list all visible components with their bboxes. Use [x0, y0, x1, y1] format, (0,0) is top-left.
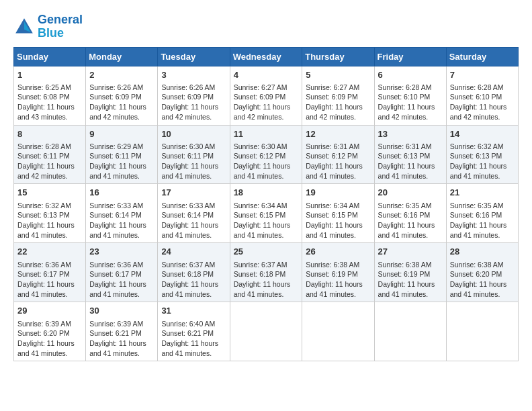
sunset: Sunset: 6:20 PM — [450, 270, 502, 278]
day-header-saturday: Saturday — [446, 47, 518, 66]
sunset: Sunset: 6:18 PM — [234, 270, 286, 278]
day-number: 19 — [306, 187, 370, 199]
calendar-cell: 26Sunrise: 6:38 AMSunset: 6:19 PMDayligh… — [302, 243, 374, 302]
sunset: Sunset: 6:12 PM — [234, 152, 286, 160]
sunrise: Sunrise: 6:36 AM — [17, 261, 71, 269]
daylight-label: Daylight: 11 hours and 41 minutes. — [89, 280, 146, 298]
day-number: 24 — [161, 246, 226, 258]
calendar-cell: 4Sunrise: 6:27 AMSunset: 6:09 PMDaylight… — [230, 66, 302, 125]
day-number: 15 — [17, 187, 82, 199]
sunrise: Sunrise: 6:30 AM — [161, 142, 215, 150]
daylight-label: Daylight: 11 hours and 41 minutes. — [234, 162, 291, 180]
daylight-label: Daylight: 11 hours and 41 minutes. — [161, 339, 218, 357]
daylight-label: Daylight: 11 hours and 41 minutes. — [378, 280, 435, 298]
day-number: 23 — [89, 246, 154, 258]
day-number: 1 — [17, 69, 82, 81]
sunrise: Sunrise: 6:34 AM — [234, 201, 287, 210]
sunrise: Sunrise: 6:35 AM — [378, 201, 432, 210]
day-number: 20 — [378, 187, 443, 199]
day-header-sunday: Sunday — [14, 47, 86, 66]
calendar-cell: 6Sunrise: 6:28 AMSunset: 6:10 PMDaylight… — [374, 66, 446, 125]
logo-icon — [13, 16, 35, 38]
day-number: 11 — [234, 128, 299, 140]
sunset: Sunset: 6:15 PM — [306, 211, 358, 219]
sunrise: Sunrise: 6:38 AM — [450, 261, 504, 269]
day-number: 27 — [378, 246, 443, 258]
calendar-cell: 2Sunrise: 6:26 AMSunset: 6:09 PMDaylight… — [86, 66, 158, 125]
sunrise: Sunrise: 6:38 AM — [378, 261, 432, 269]
sunrise: Sunrise: 6:30 AM — [234, 142, 287, 150]
sunrise: Sunrise: 6:39 AM — [17, 320, 71, 328]
sunset: Sunset: 6:17 PM — [17, 270, 70, 278]
calendar-cell: 15Sunrise: 6:32 AMSunset: 6:13 PMDayligh… — [14, 184, 86, 243]
sunset: Sunset: 6:10 PM — [450, 93, 502, 101]
daylight-label: Daylight: 11 hours and 41 minutes. — [89, 162, 146, 180]
sunrise: Sunrise: 6:33 AM — [161, 201, 215, 210]
sunset: Sunset: 6:16 PM — [450, 211, 502, 219]
daylight-label: Daylight: 11 hours and 41 minutes. — [161, 162, 218, 180]
sunset: Sunset: 6:11 PM — [161, 152, 214, 160]
day-number: 25 — [234, 246, 299, 258]
sunrise: Sunrise: 6:27 AM — [306, 83, 359, 91]
sunset: Sunset: 6:14 PM — [161, 211, 214, 219]
sunset: Sunset: 6:20 PM — [17, 329, 70, 337]
calendar-cell — [230, 302, 302, 361]
sunrise: Sunrise: 6:25 AM — [17, 83, 71, 91]
sunrise: Sunrise: 6:28 AM — [450, 83, 504, 91]
day-number: 13 — [378, 128, 443, 140]
calendar-cell — [302, 302, 374, 361]
sunrise: Sunrise: 6:37 AM — [161, 261, 215, 269]
sunset: Sunset: 6:16 PM — [378, 211, 431, 219]
sunset: Sunset: 6:11 PM — [17, 152, 70, 160]
sunset: Sunset: 6:13 PM — [17, 211, 70, 219]
calendar-cell: 1Sunrise: 6:25 AMSunset: 6:08 PMDaylight… — [14, 66, 86, 125]
day-number: 4 — [234, 69, 299, 81]
sunrise: Sunrise: 6:37 AM — [234, 261, 287, 269]
calendar-cell — [446, 302, 518, 361]
calendar-cell: 17Sunrise: 6:33 AMSunset: 6:14 PMDayligh… — [158, 184, 230, 243]
sunset: Sunset: 6:09 PM — [89, 93, 142, 101]
sunrise: Sunrise: 6:32 AM — [450, 142, 504, 150]
day-header-friday: Friday — [374, 47, 446, 66]
day-number: 6 — [378, 69, 443, 81]
daylight-label: Daylight: 11 hours and 42 minutes. — [450, 103, 507, 121]
day-number: 22 — [17, 246, 82, 258]
day-header-tuesday: Tuesday — [158, 47, 230, 66]
day-number: 12 — [306, 128, 370, 140]
week-row-2: 8Sunrise: 6:28 AMSunset: 6:11 PMDaylight… — [14, 125, 519, 184]
sunrise: Sunrise: 6:36 AM — [89, 261, 143, 269]
day-header-thursday: Thursday — [302, 47, 374, 66]
calendar-cell: 31Sunrise: 6:40 AMSunset: 6:21 PMDayligh… — [158, 302, 230, 361]
daylight-label: Daylight: 11 hours and 41 minutes. — [161, 280, 218, 298]
sunrise: Sunrise: 6:26 AM — [161, 83, 215, 91]
day-number: 31 — [161, 305, 226, 317]
page-header: General Blue — [13, 13, 519, 40]
sunrise: Sunrise: 6:31 AM — [378, 142, 432, 150]
day-number: 3 — [161, 69, 226, 81]
daylight-label: Daylight: 11 hours and 41 minutes. — [306, 280, 363, 298]
calendar-cell: 11Sunrise: 6:30 AMSunset: 6:12 PMDayligh… — [230, 125, 302, 184]
daylight-label: Daylight: 11 hours and 41 minutes. — [89, 339, 146, 357]
sunset: Sunset: 6:21 PM — [161, 329, 214, 337]
sunrise: Sunrise: 6:29 AM — [89, 142, 143, 150]
calendar-header-row: SundayMondayTuesdayWednesdayThursdayFrid… — [14, 47, 519, 66]
daylight-label: Daylight: 11 hours and 41 minutes. — [450, 221, 507, 239]
day-number: 16 — [89, 187, 154, 199]
sunset: Sunset: 6:19 PM — [306, 270, 358, 278]
calendar-cell: 28Sunrise: 6:38 AMSunset: 6:20 PMDayligh… — [446, 243, 518, 302]
sunset: Sunset: 6:09 PM — [161, 93, 214, 101]
daylight-label: Daylight: 11 hours and 41 minutes. — [450, 162, 507, 180]
daylight-label: Daylight: 11 hours and 41 minutes. — [17, 339, 75, 357]
calendar-cell: 25Sunrise: 6:37 AMSunset: 6:18 PMDayligh… — [230, 243, 302, 302]
sunset: Sunset: 6:10 PM — [378, 93, 431, 101]
logo-text: General Blue — [38, 13, 83, 40]
daylight-label: Daylight: 11 hours and 41 minutes. — [378, 162, 435, 180]
calendar-cell: 7Sunrise: 6:28 AMSunset: 6:10 PMDaylight… — [446, 66, 518, 125]
sunset: Sunset: 6:09 PM — [234, 93, 286, 101]
day-number: 9 — [89, 128, 154, 140]
day-number: 28 — [450, 246, 515, 258]
calendar-cell: 10Sunrise: 6:30 AMSunset: 6:11 PMDayligh… — [158, 125, 230, 184]
daylight-label: Daylight: 11 hours and 42 minutes. — [17, 162, 75, 180]
day-number: 21 — [450, 187, 515, 199]
sunrise: Sunrise: 6:34 AM — [306, 201, 359, 210]
